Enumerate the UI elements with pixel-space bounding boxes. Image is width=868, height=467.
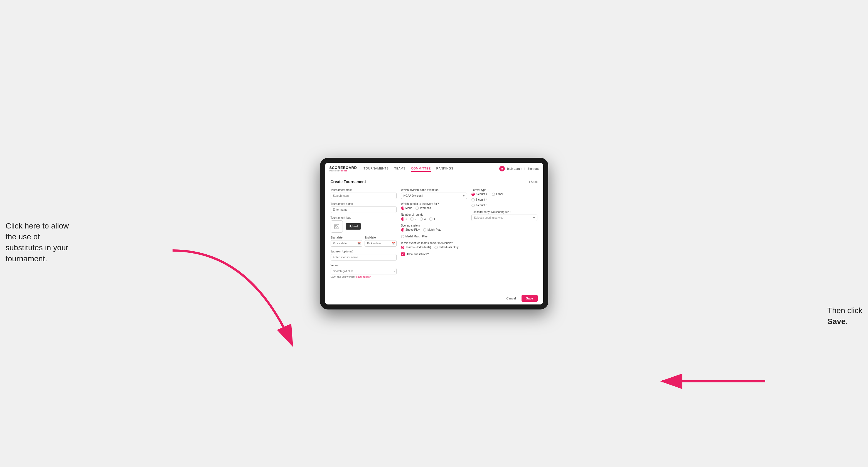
scoring-match-radio[interactable] — [423, 228, 426, 231]
back-button[interactable]: ‹ Back — [529, 180, 537, 183]
division-select[interactable]: NCAA Division I — [401, 193, 467, 199]
tournament-host-input[interactable] — [331, 193, 397, 199]
scoring-service-select[interactable]: Select a scoring service — [471, 215, 537, 221]
form-col3: Format type 5 count 4 Other — [471, 188, 537, 282]
gender-womens-radio[interactable] — [415, 207, 419, 210]
gender-mens-radio[interactable] — [401, 207, 404, 210]
logo-scoreboard: SCOREBOARD — [330, 165, 357, 170]
format-label: Format type — [471, 188, 537, 191]
format-5count4[interactable]: 5 count 4 — [471, 193, 487, 196]
avatar: B — [499, 166, 505, 172]
form-col1: Tournament Host Tournament name Tourname… — [331, 188, 397, 282]
email-support-link[interactable]: email support — [356, 276, 371, 278]
format-group: Format type 5 count 4 Other — [471, 188, 537, 207]
calendar-icon: 📅 — [357, 242, 361, 245]
scoring-label: Scoring system — [401, 224, 467, 227]
date-row: Start date 📅 End date 📅 — [331, 236, 397, 247]
svg-point-1 — [335, 225, 337, 226]
scoring-match[interactable]: Match Play — [423, 228, 441, 231]
tournament-name-input[interactable] — [331, 207, 397, 213]
tournament-name-group: Tournament name — [331, 202, 397, 213]
scoring-medal[interactable]: Medal Match Play — [401, 235, 428, 238]
gender-womens[interactable]: Womens — [415, 207, 431, 210]
upload-button[interactable]: Upload — [346, 223, 361, 229]
tournament-name-label: Tournament name — [331, 202, 397, 206]
start-date-group: Start date 📅 — [331, 236, 363, 247]
tournament-host-label: Tournament Host — [331, 188, 397, 191]
sign-out-link[interactable]: Sign out — [527, 167, 538, 170]
rounds-2[interactable]: 2 — [410, 217, 416, 221]
rounds-3[interactable]: 3 — [420, 217, 426, 221]
rounds-4-radio[interactable] — [429, 217, 432, 221]
rounds-3-radio[interactable] — [420, 217, 423, 221]
format-other[interactable]: Other — [492, 193, 503, 196]
rounds-label: Number of rounds — [401, 213, 467, 216]
calendar-icon-end: 📅 — [392, 242, 395, 245]
save-button[interactable]: Save — [522, 295, 538, 302]
end-date-group: End date 📅 — [365, 236, 397, 247]
scoring-api-group: Use third-party live scoring API? Select… — [471, 210, 537, 221]
gender-group: Which gender is the event for? Mens Wome… — [401, 202, 467, 210]
gender-mens[interactable]: Mens — [401, 207, 412, 210]
venue-label: Venue — [331, 264, 397, 267]
rounds-1[interactable]: 1 — [401, 217, 407, 221]
tournament-logo-label: Tournament logo — [331, 216, 397, 219]
individuals-only-radio[interactable] — [434, 246, 438, 249]
substitutes-label: Allow substitutes? — [407, 253, 429, 256]
nav-separator: | — [524, 167, 525, 170]
tournament-host-group: Tournament Host — [331, 188, 397, 199]
scoring-stroke-radio[interactable] — [401, 228, 404, 231]
format-options: 5 count 4 Other 6 count 4 — [471, 193, 537, 207]
venue-group: Venue ▾ Can't find your venue? email sup… — [331, 264, 397, 278]
nav-committee[interactable]: COMMITTEE — [411, 165, 431, 172]
format-6count4-radio[interactable] — [471, 198, 475, 201]
format-6count5[interactable]: 6 count 5 — [471, 204, 487, 207]
start-date-wrap: 📅 — [331, 240, 363, 247]
format-6count4[interactable]: 6 count 4 — [471, 198, 487, 201]
teams-plus-radio[interactable] — [401, 246, 404, 249]
format-6count5-radio[interactable] — [471, 204, 475, 207]
tablet-device: SCOREBOARD Powered by clippd TOURNAMENTS… — [320, 158, 548, 309]
division-group: Which division is the event for? NCAA Di… — [401, 188, 467, 199]
venue-help-text: Can't find your venue? email support — [331, 276, 397, 278]
annotation-right: Then click Save. — [827, 305, 862, 327]
rounds-group: Number of rounds 1 2 — [401, 213, 467, 221]
form-col2: Which division is the event for? NCAA Di… — [401, 188, 467, 282]
gender-label: Which gender is the event for? — [401, 202, 467, 206]
nav-tournaments[interactable]: TOURNAMENTS — [364, 165, 389, 172]
nav-rankings[interactable]: RANKINGS — [436, 165, 453, 172]
individuals-only[interactable]: Individuals Only — [434, 246, 459, 249]
rounds-options: 1 2 3 4 — [401, 217, 467, 221]
venue-input[interactable] — [331, 268, 397, 274]
venue-dropdown-icon: ▾ — [394, 270, 395, 273]
rounds-4[interactable]: 4 — [429, 217, 435, 221]
user-label: blair admin — [507, 167, 522, 170]
cancel-button[interactable]: Cancel — [504, 295, 519, 302]
nav-items: TOURNAMENTS TEAMS COMMITTEE RANKINGS — [364, 165, 499, 172]
format-row-2: 6 count 4 — [471, 198, 537, 201]
logo-placeholder — [331, 220, 343, 233]
teams-options: Teams (+Individuals) Individuals Only — [401, 246, 467, 249]
scoring-medal-radio[interactable] — [401, 235, 404, 238]
format-row-3: 6 count 5 — [471, 204, 537, 207]
sponsor-label: Sponsor (optional) — [331, 250, 397, 253]
rounds-2-radio[interactable] — [410, 217, 413, 221]
page-footer: Cancel Save — [325, 292, 543, 305]
nav-teams[interactable]: TEAMS — [394, 165, 405, 172]
page-header: Create Tournament ‹ Back — [331, 180, 538, 184]
nav-user: B blair admin | Sign out — [499, 166, 538, 172]
format-other-radio[interactable] — [492, 193, 495, 196]
format-5count4-radio[interactable] — [471, 193, 475, 196]
division-label: Which division is the event for? — [401, 188, 467, 191]
app-logo: SCOREBOARD Powered by clippd — [330, 165, 357, 172]
scoring-stroke[interactable]: Stroke Play — [401, 228, 420, 231]
tournament-logo-group: Tournament logo Upload — [331, 216, 397, 233]
scoring-group: Scoring system Stroke Play Match Play — [401, 224, 467, 238]
annotation-left: Click here to allow the use of substitut… — [6, 220, 72, 264]
format-row-1: 5 count 4 Other — [471, 193, 537, 196]
logo-powered: Powered by clippd — [330, 170, 357, 172]
rounds-1-radio[interactable] — [401, 217, 404, 221]
sponsor-input[interactable] — [331, 254, 397, 260]
teams-plus[interactable]: Teams (+Individuals) — [401, 246, 431, 249]
substitutes-checkbox[interactable] — [401, 252, 405, 256]
